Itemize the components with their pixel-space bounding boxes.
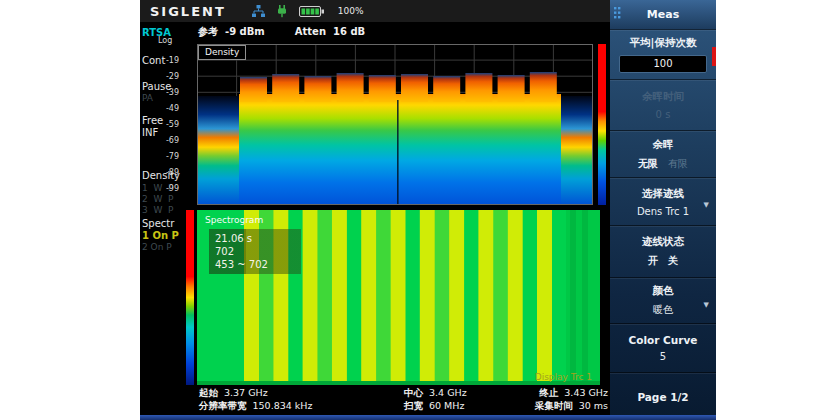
density-graph: [197, 44, 593, 205]
trace-state-option-off[interactable]: 关: [668, 254, 678, 268]
active-softkey-marker: [712, 47, 716, 66]
span-value[interactable]: 60 MHz: [429, 400, 464, 411]
density-display[interactable]: Density: [197, 44, 593, 205]
spectrogram-time: 21.06 s: [215, 232, 295, 245]
readout-stop-acq: 终止3.43 GHz 采集时间30 ms: [535, 386, 608, 412]
persistence-label: 余晖: [653, 138, 674, 152]
density-trace-3: 3 W P: [142, 205, 174, 215]
top-bar: SIGLENT 100%: [140, 0, 610, 22]
menu-header-meas[interactable]: Meas: [610, 0, 716, 29]
trace-state-option-on[interactable]: 开: [648, 254, 658, 268]
ref-label: 参考: [198, 25, 218, 39]
persistence-option-infinite[interactable]: 无限: [638, 157, 658, 171]
y-axis-tick: -39: [145, 88, 179, 97]
readout-center-span: 中心3.4 GHz 扫宽60 MHz: [404, 386, 467, 412]
y-axis-tick: -89: [145, 168, 179, 177]
persistence-option-finite[interactable]: 有限: [668, 157, 688, 171]
spectrogram-frame: 702: [215, 245, 295, 258]
y-axis-tick: -79: [145, 152, 179, 161]
menu-grid-icon: [614, 7, 621, 22]
status-row: 参考 -9 dBm Atten 16 dB: [198, 24, 365, 39]
persist-time-label: 余晖时间: [642, 90, 684, 104]
softkey-trace-state[interactable]: 迹线状态 开 关: [610, 225, 716, 277]
center-freq-label: 中心: [404, 387, 423, 398]
stop-freq-value[interactable]: 3.43 GHz: [564, 387, 608, 398]
rbw-label: 分辨率带宽: [199, 400, 247, 411]
analyzer-screen: SIGLENT 100% 参考 -9 dBm Atten 16 dB RTSA …: [140, 0, 716, 420]
screenshot-canvas: SIGLENT 100% 参考 -9 dBm Atten 16 dB RTSA …: [0, 0, 840, 420]
density-colorbar: [598, 44, 606, 205]
softkey-avg-hold-count[interactable]: 平均|保持次数 100: [610, 29, 716, 79]
y-axis-tick: -99: [145, 184, 179, 193]
color-curve-label: Color Curve: [629, 334, 698, 346]
start-freq-label: 起始: [199, 387, 218, 398]
spectr-trace-2-off: 2 On P: [142, 242, 172, 252]
chevron-down-icon: ▼: [704, 201, 709, 209]
ref-level-value[interactable]: -9 dBm: [225, 26, 265, 37]
color-curve-value[interactable]: 5: [660, 351, 666, 362]
spectrogram-colorbar: [186, 210, 194, 385]
spectr-trace-1-on: 1 On P: [142, 230, 179, 241]
span-label: 扫宽: [404, 400, 423, 411]
bottom-edge-strip: [140, 415, 716, 420]
select-trace-label: 选择迹线: [642, 187, 684, 201]
y-axis-tick: -19: [145, 56, 179, 65]
acq-time-value[interactable]: 30 ms: [579, 400, 608, 411]
battery-percent: 100%: [338, 6, 364, 16]
acq-time-label: 采集时间: [535, 400, 573, 411]
persist-time-value: 0 s: [656, 109, 671, 120]
y-axis-tick: -29: [145, 72, 179, 81]
softkey-color[interactable]: 颜色 暖色 ▼: [610, 277, 716, 323]
select-trace-value[interactable]: Dens Trc 1: [637, 206, 689, 217]
density-title-tag: Density: [198, 45, 246, 60]
density-trace-2: 2 W P: [142, 194, 174, 204]
y-axis-scale-label: Log: [158, 36, 172, 45]
softkey-persist-time: 余晖时间 0 s: [610, 79, 716, 130]
lan-icon: [252, 5, 265, 18]
stop-freq-label: 终止: [539, 387, 558, 398]
spectr-indicator: Spectr: [142, 218, 174, 229]
rbw-value[interactable]: 150.834 kHz: [253, 400, 313, 411]
frequency-readout-bar: 起始3.37 GHz 分辨率带宽150.834 kHz 中心3.4 GHz 扫宽…: [195, 386, 610, 415]
chevron-down-icon: ▼: [704, 301, 709, 309]
color-label: 颜色: [653, 284, 674, 298]
siglent-logo: SIGLENT: [150, 4, 226, 19]
trace-state-label: 迹线状态: [642, 235, 684, 249]
avg-hold-label: 平均|保持次数: [630, 36, 697, 50]
readout-start-rbw: 起始3.37 GHz 分辨率带宽150.834 kHz: [199, 386, 312, 412]
atten-value[interactable]: 16 dB: [333, 26, 365, 37]
y-axis-tick: -49: [145, 104, 179, 113]
spectrogram-trace-tag: Display Trc 1: [535, 372, 592, 382]
avg-hold-value[interactable]: 100: [619, 55, 707, 73]
power-plug-icon: [276, 5, 288, 18]
softkey-menu: Meas 平均|保持次数 100 余晖时间 0 s 余晖 无限 有限 选择迹线: [610, 0, 716, 420]
start-freq-value[interactable]: 3.37 GHz: [224, 387, 268, 398]
page-label: Page 1/2: [637, 391, 688, 403]
spectrogram-display[interactable]: Spectrogram 21.06 s 702 453 ~ 702 Displa…: [197, 210, 600, 385]
spectrogram-title: Spectrogram: [205, 215, 263, 225]
color-value[interactable]: 暖色: [653, 303, 673, 317]
spectrogram-info-box: 21.06 s 702 453 ~ 702: [209, 229, 301, 274]
menu-title: Meas: [647, 8, 679, 21]
softkey-page[interactable]: Page 1/2: [610, 372, 716, 420]
y-axis-tick: -69: [145, 136, 179, 145]
softkey-persistence[interactable]: 余晖 无限 有限: [610, 130, 716, 177]
atten-label: Atten: [295, 26, 326, 37]
y-axis-tick: -59: [145, 120, 179, 129]
softkey-color-curve[interactable]: Color Curve 5: [610, 323, 716, 372]
battery-icon: [299, 5, 325, 18]
softkey-select-trace[interactable]: 选择迹线 Dens Trc 1 ▼: [610, 177, 716, 225]
center-freq-value[interactable]: 3.4 GHz: [429, 387, 467, 398]
spectrogram-range: 453 ~ 702: [215, 258, 295, 271]
